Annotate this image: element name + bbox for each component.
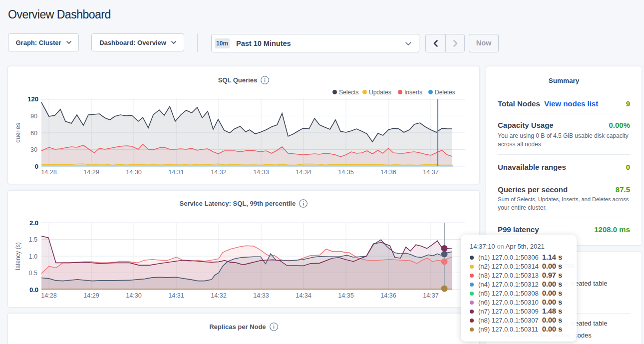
svg-text:14:31: 14:31 — [168, 292, 184, 299]
svg-text:14:32: 14:32 — [211, 292, 226, 299]
svg-text:14:36: 14:36 — [380, 292, 396, 299]
svg-text:latency (s): latency (s) — [14, 242, 21, 270]
svg-text:14:30: 14:30 — [126, 292, 141, 299]
svg-text:14:34: 14:34 — [296, 292, 311, 299]
svg-text:14:28: 14:28 — [41, 292, 56, 299]
svg-text:0.0: 0.0 — [29, 286, 38, 294]
svg-text:14:33: 14:33 — [253, 292, 269, 299]
svg-text:1.0: 1.0 — [29, 253, 37, 260]
svg-text:14:37: 14:37 — [423, 292, 438, 299]
svg-text:14:29: 14:29 — [83, 292, 99, 299]
svg-text:0.5: 0.5 — [29, 270, 37, 277]
svg-text:14:35: 14:35 — [338, 292, 353, 299]
svg-text:1.5: 1.5 — [29, 236, 37, 243]
svg-text:2.0: 2.0 — [29, 219, 38, 227]
